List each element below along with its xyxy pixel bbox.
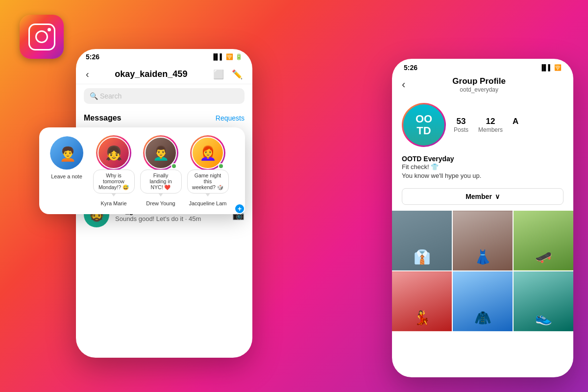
- photo-cell-6[interactable]: 👟: [514, 271, 573, 331]
- jacqueline-name: Jacqueline Lam: [189, 200, 226, 206]
- stories-row: 🧑‍🦱 + Leave a note 👧 Why is tomorrow Mon…: [45, 135, 239, 206]
- story-self[interactable]: 🧑‍🦱 + Leave a note: [45, 135, 88, 179]
- drew-note: Finally landing in NYC! ❤️: [140, 170, 182, 194]
- group-profile-title-wrap: Group Profile ootd_everyday: [405, 76, 553, 93]
- jacqueline-avatar-wrap: 👩‍🦰: [190, 135, 225, 171]
- photo-3-img: 🛹: [514, 211, 573, 270]
- phone1-status-bar: 5:26 ▐▌▌ 🛜 🔋: [76, 49, 252, 61]
- kyra-note: Why is tomorrow Monday!? 😅: [93, 170, 135, 194]
- group-desc-line2: You know we'll hype you up.: [402, 172, 481, 179]
- photo-cell-1[interactable]: 👔: [392, 211, 452, 270]
- kyra-story-ring: 👧: [96, 135, 131, 171]
- members-stat: 12 Members: [478, 117, 503, 133]
- group-desc-line1: Fit check! 👕: [402, 163, 439, 171]
- instagram-logo-dot: [48, 28, 51, 31]
- search-placeholder: 🔍 Search: [90, 92, 122, 100]
- phone2-header: ‹ Group Profile ootd_everyday: [392, 72, 573, 98]
- requests-link[interactable]: Requests: [216, 114, 245, 122]
- story-jacqueline[interactable]: 👩‍🦰 Game night this weekend? 🎲 Jacquelin…: [186, 135, 229, 206]
- messages-label: Messages: [84, 114, 122, 122]
- photo-2-img: 👗: [453, 211, 513, 270]
- battery-icon: 🔋: [235, 53, 243, 60]
- photo-cell-3[interactable]: 🛹: [514, 211, 573, 270]
- group-stats: 53 Posts 12 Members A: [454, 117, 518, 133]
- back-button[interactable]: ‹: [86, 69, 89, 80]
- phone2-status-icons: ▐▌▌ 🛜: [539, 64, 562, 71]
- msg-preview-3: Sounds good! Let's do it · 45m: [115, 215, 226, 222]
- photo-4-img: 💃: [392, 272, 452, 331]
- group-avatar: OOTD: [402, 103, 446, 147]
- photo-5-img: 🧥: [453, 272, 513, 331]
- posts-stat: 53 Posts: [454, 117, 468, 133]
- drew-avatar-wrap: 👨‍🦱: [143, 135, 178, 171]
- phone2-group-profile: 5:26 ▐▌▌ 🛜 ‹ Group Profile ootd_everyday…: [392, 59, 573, 377]
- posts-label: Posts: [454, 126, 468, 133]
- instagram-logo: [20, 15, 64, 59]
- drew-online-indicator: [171, 163, 177, 169]
- signal-icon: ▐▌▌: [211, 53, 224, 60]
- wifi-icon: 🛜: [226, 53, 233, 60]
- additional-count: A: [513, 117, 518, 126]
- kyra-avatar-img: 👧: [98, 137, 130, 169]
- story-kyra[interactable]: 👧 Why is tomorrow Monday!? 😅 Kyra Marie: [92, 135, 135, 206]
- story-drew[interactable]: 👨‍🦱 Finally landing in NYC! ❤️ Drew Youn…: [139, 135, 182, 206]
- photo-1-img: 👔: [392, 211, 452, 270]
- group-profile-section: OOTD 53 Posts 12 Members A: [392, 98, 573, 153]
- phone2-back-button[interactable]: ‹: [402, 78, 405, 91]
- search-bar[interactable]: 🔍 Search: [84, 88, 245, 104]
- phone1-time: 5:26: [86, 53, 99, 61]
- video-call-icon[interactable]: ⬜: [213, 69, 224, 80]
- phone1-header: ‹ okay_kaiden_459 ⬜ ✏️: [76, 61, 252, 84]
- stories-card: 🧑‍🦱 + Leave a note 👧 Why is tomorrow Mon…: [39, 127, 245, 214]
- group-avatar-text: OOTD: [416, 113, 432, 137]
- instagram-logo-icon: [28, 24, 55, 50]
- phone1-status-icons: ▐▌▌ 🛜 🔋: [211, 53, 243, 60]
- self-story-label: Leave a note: [51, 173, 82, 179]
- group-bio: OOTD Everyday Fit check! 👕 You know we'l…: [392, 153, 573, 185]
- self-avatar-img: 🧑‍🦱: [50, 136, 84, 171]
- member-label: Member: [466, 193, 492, 200]
- photo-cell-2[interactable]: 👗: [453, 211, 513, 270]
- kyra-avatar-wrap: 👧: [96, 135, 131, 171]
- group-description: Fit check! 👕 You know we'll hype you up.: [402, 163, 564, 180]
- group-profile-title: Group Profile: [405, 76, 553, 86]
- member-button[interactable]: Member ∨: [402, 188, 564, 205]
- jacqueline-online-indicator: [218, 163, 224, 169]
- jacqueline-note: Game night this weekend? 🎲: [187, 170, 229, 194]
- photo-grid: 👔 👗 🛹 💃 🧥 👟: [392, 211, 573, 331]
- group-name: OOTD Everyday: [402, 155, 564, 163]
- posts-count: 53: [454, 117, 468, 126]
- group-profile-subtitle: ootd_everyday: [405, 86, 553, 93]
- self-avatar-wrap: 🧑‍🦱 +: [49, 135, 84, 171]
- member-chevron-icon: ∨: [495, 193, 500, 200]
- members-count: 12: [478, 117, 503, 126]
- phone2-signal-icon: ▐▌▌: [539, 64, 552, 71]
- members-label: Members: [478, 126, 503, 133]
- compose-icon[interactable]: ✏️: [232, 69, 243, 80]
- photo-6-img: 👟: [514, 272, 573, 331]
- header-icons: ⬜ ✏️: [213, 69, 243, 80]
- additional-stat: A: [513, 117, 518, 133]
- phone2-time: 5:26: [404, 64, 417, 72]
- kyra-name: Kyra Marie: [100, 200, 126, 206]
- photo-cell-5[interactable]: 🧥: [453, 271, 513, 331]
- messages-header: Messages Requests: [84, 108, 245, 126]
- drew-name: Drew Young: [146, 200, 175, 206]
- phone2-status-bar: 5:26 ▐▌▌ 🛜: [392, 59, 573, 72]
- photo-cell-4[interactable]: 💃: [392, 271, 452, 331]
- phone2-wifi-icon: 🛜: [554, 64, 562, 71]
- inbox-username[interactable]: okay_kaiden_459: [115, 69, 187, 79]
